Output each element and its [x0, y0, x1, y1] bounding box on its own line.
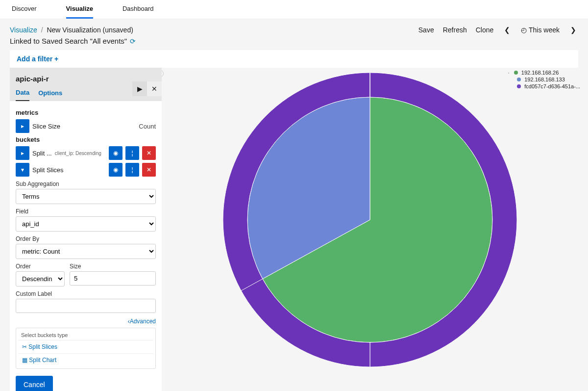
metric-row: ▸ Slice Size Count	[16, 119, 156, 133]
buckets-label: buckets	[16, 136, 156, 143]
field-select[interactable]: api_id	[16, 216, 156, 232]
legend: ◦ 192.168.168.26 192.168.168.133 fcd057c…	[508, 70, 580, 90]
clone-button[interactable]: Clone	[476, 26, 494, 34]
panel-tab-options[interactable]: Options	[38, 89, 62, 101]
breadcrumb: Visualize / New Visualization (unsaved)	[10, 26, 136, 34]
clock-icon: ◴	[521, 26, 527, 34]
orderby-select[interactable]: metric: Count	[16, 244, 156, 259]
advanced-toggle[interactable]: ‹Advanced	[16, 318, 156, 325]
add-filter-button[interactable]: Add a filter +	[17, 55, 58, 63]
bucket1-toggle[interactable]: ▸	[16, 146, 29, 160]
legend-item[interactable]: 192.168.168.133	[524, 77, 565, 82]
order-label: Order	[16, 263, 65, 270]
metric-toggle[interactable]: ▸	[16, 119, 29, 133]
split-slices-option[interactable]: ✂ Split Slices	[18, 340, 153, 353]
orderby-label: Order By	[16, 235, 156, 242]
legend-swatch	[514, 71, 518, 75]
toolbar: Save Refresh Clone ❮ ◴ This week ❯	[418, 26, 578, 34]
tab-discover[interactable]: Discover	[12, 0, 37, 19]
top-nav: Discover Visualize Dashboard	[0, 0, 588, 19]
split-chart-option[interactable]: ▦ Split Chart	[18, 353, 153, 366]
field-label: Field	[16, 208, 156, 215]
panel-header: apic-api-r Data Options ▶ ✕	[10, 68, 162, 101]
bucket2-delete[interactable]: ✕	[142, 163, 156, 177]
time-range[interactable]: ◴ This week	[521, 26, 560, 34]
bucket1-delete[interactable]: ✕	[142, 146, 156, 160]
breadcrumb-sep: /	[41, 26, 43, 34]
advanced-label: Advanced	[130, 318, 156, 325]
reload-icon[interactable]: ⟳	[130, 37, 136, 45]
bucket2-name: Split Slices	[32, 166, 64, 174]
customlabel-input[interactable]	[16, 299, 156, 313]
bucket2-enable[interactable]: ◉	[109, 163, 122, 177]
bucket1-sub: client_ip: Descending	[55, 151, 101, 156]
cancel-button[interactable]: Cancel	[16, 376, 53, 391]
chevron-right-icon: ▸	[21, 150, 24, 156]
time-prev-icon[interactable]: ❮	[502, 26, 512, 34]
panel-tab-data[interactable]: Data	[16, 89, 29, 101]
eye-icon: ◉	[113, 150, 118, 156]
bucket1-options[interactable]: ¦	[125, 146, 139, 160]
breadcrumb-current: New Visualization (unsaved)	[47, 26, 133, 34]
legend-item[interactable]: fcd057c7-d636-451a-...	[524, 83, 580, 89]
legend-toggle-icon[interactable]: ◦	[508, 70, 510, 76]
x-icon: ✕	[147, 150, 151, 156]
eye-icon: ◉	[113, 166, 118, 173]
close-icon: ✕	[151, 85, 157, 93]
size-label: Size	[70, 263, 156, 270]
bucket1-enable[interactable]: ◉	[109, 146, 122, 160]
refresh-button[interactable]: Refresh	[443, 26, 467, 34]
sub-bar: Visualize / New Visualization (unsaved) …	[0, 19, 588, 48]
filter-bar: Add a filter +	[10, 50, 578, 68]
save-button[interactable]: Save	[418, 26, 434, 34]
bucket-row-1: ▸ Split ... client_ip: Descending ◉ ¦ ✕	[16, 146, 156, 160]
time-next-icon[interactable]: ❯	[568, 26, 578, 34]
subagg-label: Sub Aggregation	[16, 181, 156, 187]
run-box: ▶ ✕	[132, 81, 162, 96]
linked-search: Linked to Saved Search "All events" ⟳	[10, 37, 136, 45]
metric-name: Slice Size	[32, 123, 60, 130]
chevron-right-icon: ▸	[21, 123, 24, 130]
select-buckets-box: Select buckets type ✂ Split Slices ▦ Spl…	[16, 328, 156, 369]
select-buckets-label: Select buckets type	[18, 330, 153, 340]
chart-area: ◦ 192.168.168.26 192.168.168.133 fcd057c…	[162, 68, 578, 372]
scissors-icon: ✂	[22, 343, 27, 350]
priority-icon: ¦	[131, 150, 133, 156]
subagg-select[interactable]: Terms	[16, 189, 156, 204]
play-icon: ▶	[137, 85, 143, 93]
time-range-label: This week	[529, 26, 560, 34]
breadcrumb-root[interactable]: Visualize	[10, 26, 37, 34]
legend-swatch	[517, 78, 521, 81]
run-button[interactable]: ▶	[132, 81, 147, 96]
metric-agg: Count	[139, 123, 156, 130]
grid-icon: ▦	[22, 357, 27, 364]
bucket-row-2: ▾ Split Slices ◉ ¦ ✕	[16, 163, 156, 177]
discard-button[interactable]: ✕	[147, 81, 162, 96]
linked-search-text: Linked to Saved Search "All events"	[10, 37, 127, 45]
tab-dashboard[interactable]: Dashboard	[122, 0, 154, 19]
bucket2-toggle[interactable]: ▾	[16, 163, 29, 177]
legend-swatch	[517, 84, 521, 88]
split-slices-label: Split Slices	[28, 343, 57, 350]
tab-visualize[interactable]: Visualize	[66, 0, 93, 19]
metrics-label: metrics	[16, 109, 156, 116]
size-input[interactable]	[70, 271, 156, 286]
legend-item[interactable]: 192.168.168.26	[521, 70, 559, 76]
split-chart-label: Split Chart	[29, 357, 56, 364]
order-select[interactable]: Descending	[16, 271, 65, 287]
bucket1-name: Split ...	[32, 150, 52, 157]
chevron-down-icon: ▾	[21, 166, 24, 173]
bucket2-options[interactable]: ¦	[125, 163, 139, 177]
pie-chart	[218, 68, 522, 372]
editor-panel: ‹ apic-api-r Data Options ▶ ✕ metrics ▸ …	[10, 68, 162, 391]
x-icon: ✕	[147, 166, 151, 173]
priority-icon: ¦	[131, 166, 133, 173]
customlabel-label: Custom Label	[16, 290, 156, 297]
